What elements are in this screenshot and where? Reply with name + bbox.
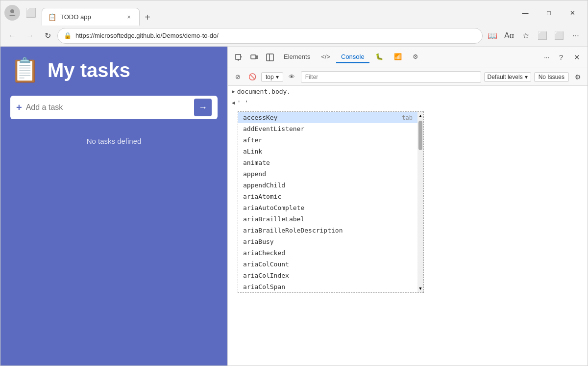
autocomplete-item[interactable]: ariaColSpan (238, 281, 417, 292)
device-emulation-button[interactable] (247, 51, 261, 64)
tab-favicon: 📋 (48, 13, 56, 21)
todo-header: 📋 My tasks (10, 56, 218, 84)
todo-app-title: My tasks (48, 59, 130, 81)
dock-side-button[interactable] (263, 51, 277, 64)
autocomplete-item[interactable]: ariaBusy (238, 236, 417, 247)
console-line-2: ◀ ' ' (228, 97, 588, 108)
inspect-element-button[interactable] (232, 51, 245, 64)
autocomplete-item[interactable]: aLink (238, 146, 417, 157)
todo-app-icon: 📋 (10, 56, 40, 84)
autocomplete-item[interactable]: ariaChecked (238, 247, 417, 259)
title-bar: ⬜ 📋 TODO app × + — □ ✕ (0, 0, 588, 25)
debugger-tab[interactable]: 🐛 (370, 51, 388, 63)
expand-arrow[interactable]: ▶ (232, 88, 235, 95)
autocomplete-item-selected[interactable]: accessKey tab (238, 112, 417, 123)
svg-rect-5 (256, 56, 258, 58)
context-dropdown-icon: ▾ (276, 74, 279, 80)
svg-rect-6 (267, 54, 273, 61)
todo-input-row: + → (10, 96, 218, 119)
elements-tab[interactable]: Elements (279, 51, 315, 63)
console-line-1: ▶ document.body. (228, 86, 588, 97)
nav-bar: ← → ↻ 🔒 https://microsoftedge.github.io/… (0, 25, 588, 47)
devtools-panel: Elements </> Console 🐛 📶 ⚙ ··· ? ✕ ⊘ 🚫 t… (227, 47, 588, 366)
favorites-button[interactable]: ☆ (518, 28, 534, 44)
scroll-up-button[interactable]: ▲ (417, 112, 423, 120)
more-devtools-button[interactable]: ··· (541, 52, 552, 63)
todo-empty-message: No tasks defined (10, 137, 218, 145)
todo-tab[interactable]: 📋 TODO app × (42, 8, 140, 26)
sources-tab[interactable]: </> (316, 51, 335, 63)
forward-button[interactable]: → (22, 28, 38, 44)
level-label: Default levels (488, 74, 523, 80)
close-button[interactable]: ✕ (561, 5, 584, 21)
minimize-button[interactable]: — (514, 5, 537, 21)
scroll-down-button[interactable]: ▼ (417, 285, 423, 292)
address-bar[interactable]: 🔒 https://microsoftedge.github.io/Demos/… (57, 28, 483, 44)
console-settings-button[interactable]: ⚙ (572, 71, 584, 83)
collapse-arrow[interactable]: ◀ (232, 100, 235, 106)
add-task-submit-button[interactable]: → (194, 99, 212, 116)
console-eye-button[interactable]: 👁 (286, 71, 298, 83)
browser-window: ⬜ 📋 TODO app × + — □ ✕ ← → ↻ 🔒 https://m… (0, 0, 588, 366)
scroll-thumb[interactable] (418, 121, 422, 150)
back-button[interactable]: ← (4, 28, 20, 44)
maximize-button[interactable]: □ (538, 5, 560, 21)
new-tab-button[interactable]: + (140, 9, 155, 25)
tab-title: TODO app (60, 13, 121, 21)
autocomplete-item[interactable]: appendChild (238, 180, 417, 191)
autocomplete-dropdown: accessKey tab addEventListener after aLi… (238, 111, 424, 293)
address-text: https://microsoftedge.github.io/Demos/de… (75, 32, 476, 39)
tabs-area: 📋 TODO app × + (42, 0, 510, 25)
context-label: top (266, 74, 274, 80)
collections-button[interactable]: ⬜ (551, 28, 567, 44)
autocomplete-item[interactable]: append (238, 168, 417, 180)
lock-icon: 🔒 (64, 32, 72, 39)
more-button[interactable]: ··· (568, 28, 584, 44)
console-tab[interactable]: Console (336, 51, 369, 63)
console-line-text-1: document.body. (237, 88, 291, 95)
autocomplete-item[interactable]: ariaBrailleRoleDescription (238, 225, 417, 236)
read-aloud-button[interactable]: Aα (501, 28, 517, 44)
console-line-text-2: ' ' (237, 99, 248, 106)
devtools-help-button[interactable]: ? (554, 51, 568, 64)
tab-hint: tab (402, 114, 413, 121)
console-clear-button[interactable]: ⊘ (232, 71, 244, 83)
autocomplete-item[interactable]: animate (238, 157, 417, 168)
reading-view-button[interactable]: 📖 (485, 28, 500, 44)
console-level-selector[interactable]: Default levels ▾ (484, 72, 531, 82)
autocomplete-item[interactable]: after (238, 134, 417, 146)
autocomplete-item[interactable]: ariaAtomic (238, 191, 417, 202)
devtools-tabs: Elements </> Console 🐛 📶 ⚙ (279, 51, 539, 63)
autocomplete-item-label: accessKey (243, 114, 277, 121)
autocomplete-item[interactable]: addEventListener (238, 123, 417, 134)
window-controls: — □ ✕ (514, 5, 584, 21)
nav-right-buttons: 📖 Aα ☆ ⬜ ⬜ ··· (485, 28, 584, 44)
level-dropdown-icon: ▾ (525, 74, 528, 80)
network-tab[interactable]: 📶 (389, 51, 407, 63)
autocomplete-list: accessKey tab addEventListener after aLi… (238, 112, 417, 292)
sidebar-toggle-button[interactable]: ⬜ (24, 6, 38, 20)
autocomplete-scrollbar: ▲ ▼ (417, 112, 423, 292)
tab-close-button[interactable]: × (124, 13, 133, 22)
performance-tab[interactable]: ⚙ (408, 51, 423, 63)
autocomplete-item[interactable]: ariaBrailleLabel (238, 213, 417, 225)
svg-point-0 (10, 9, 14, 13)
profile-button[interactable] (4, 5, 20, 21)
console-toolbar: ⊘ 🚫 top ▾ 👁 Default levels ▾ No Issues ⚙ (228, 68, 588, 86)
svg-rect-1 (236, 54, 241, 59)
split-screen-button[interactable]: ⬜ (535, 28, 550, 44)
console-filter-button[interactable]: 🚫 (246, 71, 258, 83)
autocomplete-item[interactable]: ariaColCount (238, 259, 417, 270)
add-task-input[interactable] (26, 103, 190, 112)
autocomplete-item[interactable]: ariaColIndex (238, 270, 417, 281)
add-task-plus-icon: + (16, 102, 22, 113)
svg-rect-4 (251, 55, 256, 59)
content-area: 📋 My tasks + → No tasks defined (0, 47, 588, 366)
devtools-close-button[interactable]: ✕ (570, 51, 584, 64)
autocomplete-item[interactable]: ariaAutoComplete (238, 202, 417, 213)
console-context-selector[interactable]: top ▾ (261, 72, 283, 82)
refresh-button[interactable]: ↻ (40, 28, 55, 44)
console-issues-button[interactable]: No Issues (534, 72, 569, 82)
console-filter-input[interactable] (301, 71, 481, 83)
devtools-toolbar: Elements </> Console 🐛 📶 ⚙ ··· ? ✕ (228, 47, 588, 68)
